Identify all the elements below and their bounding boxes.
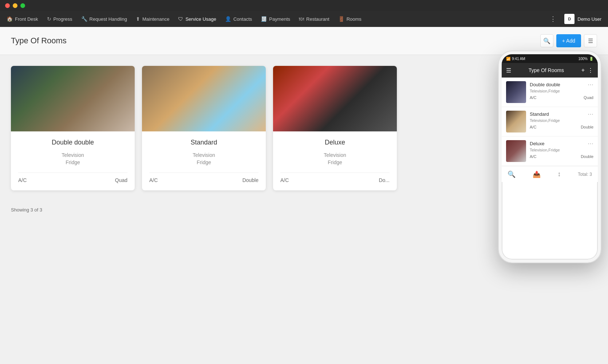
phone-item-sub-deluxe: Television,Fridge — [530, 148, 593, 152]
phone-item-more-deluxe[interactable]: ⋯ — [588, 140, 593, 147]
phone-item-more-standard[interactable]: ⋯ — [588, 111, 593, 118]
nav-contacts[interactable]: 👤 Contacts — [221, 14, 256, 24]
phone-item-tags-double-double: A/C Quad — [530, 95, 593, 100]
room-name-double-double: Double double — [18, 139, 127, 146]
phone-list-item-deluxe[interactable]: Deluxe ⋯ Television,Fridge A/C Double — [502, 136, 598, 166]
phone-add-icon[interactable]: + — [581, 67, 585, 74]
nav-front-desk[interactable]: 🏠 Front Desk — [3, 14, 42, 24]
room-tag-ac-deluxe: A/C — [280, 177, 289, 183]
page-title: Type Of Rooms — [11, 36, 540, 46]
request-handling-icon: 🔧 — [81, 16, 87, 22]
showing-count: Showing 3 of 3 — [11, 207, 42, 213]
room-tag-ac-double: A/C — [18, 177, 27, 183]
phone-thumb-deluxe — [506, 140, 526, 162]
room-image-standard — [142, 66, 266, 131]
service-usage-icon: 🛡 — [178, 16, 183, 22]
header-actions: 🔍 + Add ☰ — [540, 34, 597, 47]
nav-request-handling[interactable]: 🔧 Request Handling — [78, 14, 131, 24]
phone-signal: 📶 9:41 AM — [506, 57, 525, 61]
phone-info-standard: Standard ⋯ Television,Fridge A/C Double — [530, 111, 593, 132]
phone-info-deluxe: Deluxe ⋯ Television,Fridge A/C Double — [530, 140, 593, 162]
mac-chrome — [0, 0, 608, 11]
nav-user: D Demo User — [561, 12, 605, 25]
maintenance-icon: ⬆ — [136, 16, 140, 22]
room-name-standard: Standard — [149, 139, 258, 146]
nav-maintenance[interactable]: ⬆ Maintenance — [132, 14, 173, 24]
add-icon: + Add — [562, 38, 575, 44]
room-features-double-double: Television Fridge — [18, 152, 127, 165]
phone-share-icon[interactable]: 📤 — [533, 170, 541, 178]
list-icon: ☰ — [588, 37, 593, 44]
room-features-deluxe: Television Fridge — [280, 152, 390, 165]
room-card-deluxe[interactable]: Deluxe Television Fridge A/C Do... — [273, 66, 397, 190]
phone-item-name-deluxe: Deluxe ⋯ — [530, 140, 593, 147]
phone-info-double-double: Double double ⋯ Television,Fridge A/C Qu… — [530, 81, 593, 103]
nav-restaurant[interactable]: 🍽 Restaurant — [295, 14, 333, 24]
room-image-double-double — [11, 66, 135, 131]
search-icon: 🔍 — [543, 37, 550, 44]
phone-total: Total: 3 — [578, 172, 592, 177]
room-card-standard[interactable]: Standard Television Fridge A/C Double — [142, 66, 266, 190]
phone-item-name-double-double: Double double ⋯ — [530, 81, 593, 88]
room-tag-type-standard: Double — [242, 177, 258, 183]
cards-area: Double double Television Fridge A/C Quad… — [0, 55, 608, 201]
room-tag-type-deluxe: Do... — [379, 177, 390, 183]
room-tag-ac-standard: A/C — [149, 177, 158, 183]
phone-thumb-standard — [506, 111, 526, 132]
phone-sort-icon[interactable]: ↕ — [558, 170, 561, 178]
phone-item-sub-standard: Television,Fridge — [530, 118, 593, 123]
phone-more-icon[interactable]: ⋮ — [588, 67, 593, 74]
main-content: Type Of Rooms 🔍 + Add ☰ Double double — [0, 27, 608, 364]
nav-progress[interactable]: ↻ Progress — [43, 14, 76, 24]
phone-menu-icon[interactable]: ☰ — [506, 67, 511, 74]
mac-close-btn[interactable] — [5, 3, 10, 8]
room-card-double-double[interactable]: Double double Television Fridge A/C Quad — [11, 66, 135, 190]
phone-list: Double double ⋯ Television,Fridge A/C Qu… — [502, 78, 598, 166]
payments-icon: 🧾 — [261, 16, 267, 22]
phone-search-icon[interactable]: 🔍 — [508, 170, 516, 178]
mac-maximize-btn[interactable] — [20, 3, 25, 8]
navbar: 🏠 Front Desk ↻ Progress 🔧 Request Handli… — [0, 11, 608, 27]
nav-payments[interactable]: 🧾 Payments — [257, 14, 294, 24]
room-footer-standard: A/C Double — [149, 173, 258, 183]
progress-icon: ↻ — [47, 16, 51, 22]
phone-bottom-bar: 🔍 📤 ↕ Total: 3 — [502, 166, 598, 182]
nav-service-usage[interactable]: 🛡 Service Usage — [174, 14, 220, 24]
phone-battery: 100% 🔋 — [578, 57, 593, 61]
room-footer-double-double: A/C Quad — [18, 173, 127, 183]
room-features-standard: Television Fridge — [149, 152, 258, 165]
search-button[interactable]: 🔍 — [540, 34, 553, 47]
restaurant-icon: 🍽 — [299, 16, 304, 22]
phone-thumb-double-double — [506, 81, 526, 103]
browser-window: 🏠 Front Desk ↻ Progress 🔧 Request Handli… — [0, 11, 608, 364]
room-footer-deluxe: A/C Do... — [280, 173, 390, 183]
phone-mockup: 📶 9:41 AM 100% 🔋 ☰ — [499, 51, 601, 262]
phone-item-tags-standard: A/C Double — [530, 125, 593, 129]
page-header: Type Of Rooms 🔍 + Add ☰ — [0, 27, 608, 55]
room-card-body-standard: Standard Television Fridge A/C Double — [142, 131, 266, 190]
phone-title: Type Of Rooms — [514, 67, 579, 73]
room-card-body-deluxe: Deluxe Television Fridge A/C Do... — [273, 131, 397, 190]
nav-rooms[interactable]: 🚪 Rooms — [335, 14, 365, 24]
phone-status-bar: 📶 9:41 AM 100% 🔋 — [502, 54, 598, 63]
phone-item-sub-double-double: Television,Fridge — [530, 89, 593, 93]
list-view-button[interactable]: ☰ — [584, 34, 597, 47]
rooms-icon: 🚪 — [338, 16, 344, 22]
phone-item-more-double-double[interactable]: ⋯ — [588, 81, 593, 88]
phone-list-item-double-double[interactable]: Double double ⋯ Television,Fridge A/C Qu… — [502, 78, 598, 107]
phone-list-item-standard[interactable]: Standard ⋯ Television,Fridge A/C Double — [502, 107, 598, 136]
phone-navbar: ☰ Type Of Rooms + ⋮ — [502, 63, 598, 78]
avatar: D — [564, 14, 575, 24]
phone-item-name-standard: Standard ⋯ — [530, 111, 593, 118]
room-image-deluxe — [273, 66, 397, 131]
phone-frame: 📶 9:41 AM 100% 🔋 ☰ — [499, 51, 601, 262]
phone-item-tags-deluxe: A/C Double — [530, 154, 593, 159]
front-desk-icon: 🏠 — [7, 16, 13, 22]
room-name-deluxe: Deluxe — [280, 139, 390, 146]
contacts-icon: 👤 — [225, 16, 231, 22]
room-card-body-double-double: Double double Television Fridge A/C Quad — [11, 131, 135, 190]
mac-minimize-btn[interactable] — [13, 3, 17, 8]
add-button[interactable]: + Add — [556, 34, 581, 47]
room-tag-type-double: Quad — [115, 177, 127, 183]
nav-more-button[interactable]: ⋮ — [547, 13, 559, 25]
